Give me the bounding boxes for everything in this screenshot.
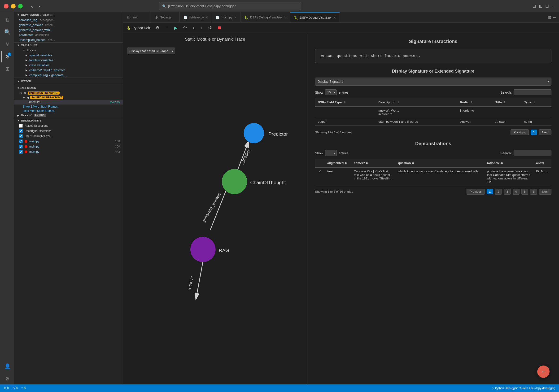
- sidebar-toggle-icon[interactable]: ⊟: [532, 4, 536, 9]
- module-generate-answer-with[interactable]: generate_answer_with...: [14, 28, 123, 32]
- demo-page-1[interactable]: 1: [487, 189, 493, 194]
- col-type[interactable]: Type ⇕: [522, 98, 551, 107]
- colbertv2-variable[interactable]: ▶ colbertv2_wiki17_abstract: [14, 68, 123, 73]
- show-entries-select[interactable]: 10 25 50: [325, 89, 337, 95]
- dspy-module-viewer-header[interactable]: ▼ DSPY MODULE VIEWER: [14, 12, 123, 18]
- back-button[interactable]: ‹: [29, 3, 35, 10]
- module-generate-answer[interactable]: generate_answer descri...: [14, 22, 123, 28]
- col-field-type[interactable]: DSPy Field Type ⇕: [315, 98, 375, 107]
- node-predictor[interactable]: [243, 123, 264, 143]
- bp-main-300-checkbox[interactable]: [19, 145, 23, 149]
- tab-debug-vis-2[interactable]: 🐛 DSPy Debug Visualizer ×: [290, 12, 340, 22]
- graph-mode-select[interactable]: Display Static Module Graph Display Dyna…: [127, 47, 175, 54]
- node-rag[interactable]: [190, 237, 216, 262]
- stop-btn[interactable]: ⏹: [215, 24, 224, 31]
- callstack-paused-1[interactable]: ▼ ⚙ PAUSED ON BREAKPOI...: [14, 91, 123, 95]
- ellipsis-debug-btn[interactable]: ···: [163, 24, 170, 31]
- maximize-button[interactable]: [18, 4, 23, 9]
- sig-search-input[interactable]: [514, 89, 551, 95]
- demo-search-input[interactable]: [514, 150, 551, 156]
- tab-retrieve[interactable]: 📄 retrieve.py ×: [180, 12, 212, 22]
- titlebar-search[interactable]: 🔍 [Extension Development Host] dspy-debu…: [159, 2, 301, 10]
- module-uncompiled-baleen[interactable]: uncompiled_baleen des...: [14, 37, 123, 42]
- demo-col-answ[interactable]: answ: [533, 159, 551, 168]
- more-icon[interactable]: ···: [552, 4, 555, 9]
- activity-source-control[interactable]: ⑂: [1, 39, 13, 50]
- compiled-rag-variable[interactable]: ▶ compiled_rag = generate_...: [14, 73, 123, 78]
- status-warnings[interactable]: ⚠ 0: [12, 387, 18, 390]
- variables-header[interactable]: ▼ VARIABLES: [14, 43, 123, 48]
- layout-icon[interactable]: ⊟: [545, 4, 549, 9]
- gear-debug-btn[interactable]: ⚙: [154, 24, 161, 31]
- bp-user-uncaught-checkbox[interactable]: [19, 134, 23, 138]
- callstack-paused-2[interactable]: ▼ M PAUSED ON BREAKPOINT: [14, 95, 123, 100]
- show-more-frames[interactable]: Show 2 More Stack Frames: [14, 104, 123, 109]
- breakpoints-header[interactable]: ▼ BREAKPOINTS: [14, 118, 123, 123]
- bp-main-180-checkbox[interactable]: [19, 140, 23, 143]
- col-description[interactable]: Description ⇕: [375, 98, 457, 107]
- col-prefix[interactable]: Prefix ⇕: [457, 98, 493, 107]
- tab-env[interactable]: ⚙ .env: [123, 12, 151, 22]
- main-close-icon[interactable]: ×: [234, 15, 236, 20]
- bp-main-443-checkbox[interactable]: [19, 150, 23, 154]
- locals-group[interactable]: ▼ Locals: [14, 48, 123, 53]
- retrieve-close-icon[interactable]: ×: [206, 15, 208, 20]
- demo-page-5[interactable]: 5: [522, 189, 528, 195]
- demo-col-question[interactable]: question ⇕: [395, 159, 484, 168]
- module-parameter[interactable]: parameter description: [14, 32, 123, 37]
- col-title[interactable]: Title ⇕: [493, 98, 522, 107]
- tab-main[interactable]: 📄 main.py ×: [212, 12, 241, 22]
- activity-debug[interactable]: ⚙ 1: [1, 51, 13, 62]
- demo-row1-expand[interactable]: ⤢: [315, 168, 325, 186]
- sig-page-1[interactable]: 1: [531, 130, 537, 135]
- step-over-btn[interactable]: ↷: [181, 24, 189, 31]
- watch-header[interactable]: ▼ WATCH: [14, 79, 123, 84]
- signature-mode-select[interactable]: Display Signature Display Extended Signa…: [315, 78, 551, 86]
- demo-show-select[interactable]: 10 25: [325, 150, 337, 156]
- load-more-frames[interactable]: Load More Stack Frames: [14, 109, 123, 113]
- activity-settings[interactable]: ⚙: [1, 373, 13, 384]
- continue-btn[interactable]: ▶: [172, 24, 179, 31]
- status-git[interactable]: ⑂ 0: [21, 387, 26, 390]
- bp-main-180[interactable]: main.py 180: [14, 139, 123, 144]
- demo-page-4[interactable]: 4: [513, 189, 520, 195]
- demo-prev-btn[interactable]: Previous: [466, 189, 485, 195]
- callstack-module[interactable]: <module> main.py: [14, 100, 123, 104]
- demo-page-3[interactable]: 3: [504, 189, 511, 195]
- sig-next-btn[interactable]: Next: [539, 129, 551, 135]
- minimize-button[interactable]: [11, 4, 16, 9]
- demo-page-2[interactable]: 2: [495, 189, 502, 195]
- activity-extensions[interactable]: ⊞: [1, 63, 13, 75]
- demo-col-augmented[interactable]: augmented ⇕: [325, 159, 351, 168]
- split-editor-icon[interactable]: ⊞: [539, 4, 542, 9]
- split-editor-right-icon[interactable]: ⊟: [548, 15, 551, 20]
- bp-uncaught-checkbox[interactable]: [19, 129, 23, 133]
- bp-raised-checkbox[interactable]: [19, 124, 23, 128]
- forward-button[interactable]: ›: [37, 3, 42, 10]
- tab-settings[interactable]: ⚙ Settings: [151, 12, 180, 22]
- demo-page-6[interactable]: 6: [530, 189, 537, 195]
- module-compiled-rag[interactable]: compiled_rag description: [14, 18, 123, 22]
- debug-vis-1-close-icon[interactable]: ×: [284, 15, 286, 20]
- bp-main-443[interactable]: main.py 443: [14, 149, 123, 154]
- class-variables[interactable]: ▶ class variables: [14, 63, 123, 68]
- debug-vis-2-close-icon[interactable]: ×: [334, 16, 336, 20]
- callstack-header[interactable]: ▼ CALL STACK: [14, 85, 123, 91]
- function-variables[interactable]: ▶ function variables: [14, 58, 123, 63]
- demo-col-rationale[interactable]: rationale ⇕: [484, 159, 533, 168]
- restart-btn[interactable]: ↺: [206, 24, 214, 31]
- close-button[interactable]: [4, 4, 9, 9]
- demo-next-btn[interactable]: Next: [539, 189, 551, 195]
- status-errors[interactable]: ⊗ 0: [4, 387, 9, 390]
- bp-uncaught-exceptions[interactable]: Uncaught Exceptions: [14, 128, 123, 134]
- special-variables[interactable]: ▶ special variables: [14, 53, 123, 58]
- bp-user-uncaught[interactable]: User Uncaught Exce...: [14, 134, 123, 139]
- demo-col-context[interactable]: context ⇕: [351, 159, 395, 168]
- node-chainofthought[interactable]: [222, 169, 247, 194]
- step-out-btn[interactable]: ↑: [198, 24, 204, 31]
- step-into-btn[interactable]: ↓: [191, 24, 196, 31]
- bp-main-300[interactable]: main.py 300: [14, 144, 123, 149]
- tab-debug-vis-1[interactable]: 🐛 DSPy Debug Visualizer ×: [241, 12, 290, 22]
- sig-prev-btn[interactable]: Previous: [511, 129, 529, 135]
- activity-explorer[interactable]: ⧉: [1, 14, 13, 26]
